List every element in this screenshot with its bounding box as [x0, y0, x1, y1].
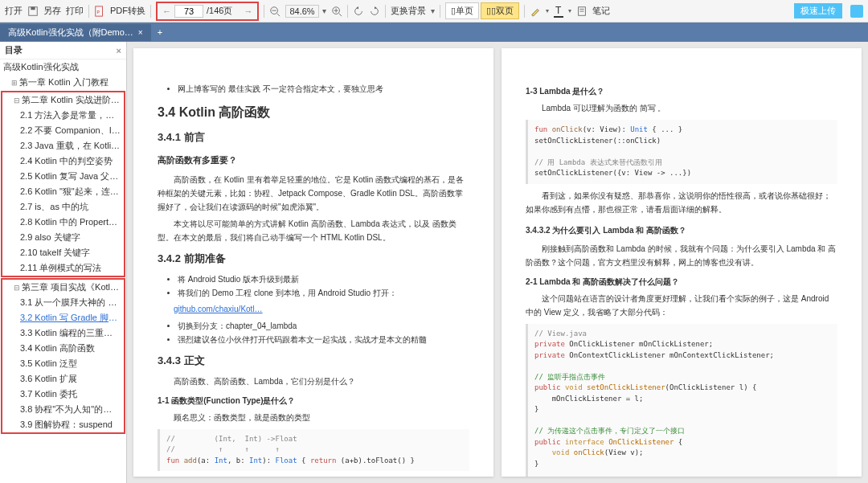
rotate-right-icon[interactable] — [369, 6, 380, 17]
toc-section[interactable]: 3.8 协程"不为人知"的调试技巧 — [2, 402, 124, 417]
toc-chapter[interactable]: ⊟第二章 Kotlin 实战进阶指南 — [2, 92, 124, 108]
toc-section[interactable]: 2.3 Java 重载，在 Kotlin 中怎么巧妙过渡 — [2, 138, 124, 153]
zoom-value: 84.6% — [285, 5, 318, 18]
page-right: 1-3 Lambda 是什么？ Lambda 可以理解为函数的 简写 。 fun… — [502, 48, 862, 477]
body-text: 网上博客写的 最佳实践 不一定符合指定本文，要独立思考 — [178, 82, 469, 96]
print-menu[interactable]: 打印 — [66, 5, 84, 17]
highlight-icon[interactable] — [530, 6, 541, 17]
list-item: 切换到分支：chapter_04_lambda — [178, 319, 469, 333]
change-bg-menu[interactable]: 更换背景 — [391, 5, 426, 17]
heading-5: 1-3 Lambda 是什么？ — [526, 85, 837, 98]
toc-section[interactable]: 2.5 Kotlin 复写 Java 父类中的方法 — [2, 169, 124, 184]
page-left: 网上博客写的 最佳实践 不一定符合指定本文，要独立思考 3.4 Kotlin 高… — [133, 48, 493, 477]
heading-5: 2-1 Lambda 和 高阶函数解决了什么问题？ — [526, 276, 837, 289]
toc-section[interactable]: 2.11 单例模式的写法 — [2, 260, 124, 276]
code-link[interactable]: github.com/chaxiu/Kotl… — [158, 303, 469, 316]
toc-highlight-box-2: ⊟第三章 项目实战《Kotlin Jetpack 实战》 3.1 从一个膜拜大神… — [1, 278, 125, 434]
toc-section[interactable]: 2.4 Kotlin 中的判空姿势 — [2, 153, 124, 169]
body-text: Lambda 可以理解为函数的 简写 。 — [526, 101, 837, 115]
list-item: 将我们的 Demo 工程 clone 到本地，用 Android Studio … — [178, 286, 469, 300]
body-text: 顾名思义：函数类型，就是函数的类型 — [158, 411, 469, 424]
page-navigation: ← /146页 → — [156, 2, 259, 21]
heading-5: 1-1 函数类型(Function Type)是什么？ — [158, 395, 469, 407]
copy-label: 复制代码 — [158, 476, 469, 477]
toc-section[interactable]: 2.2 不要 Companion、INSTANCE？ — [2, 123, 124, 138]
toc-section[interactable]: 2.1 方法入参是常量，不可修改 — [2, 108, 124, 123]
single-page-button[interactable]: ▯单页 — [445, 2, 479, 19]
toc-section[interactable]: 2.10 takeIf 关键字 — [2, 245, 124, 260]
toc-chapter[interactable]: ⊟第三章 项目实战《Kotlin Jetpack 实战》 — [2, 280, 124, 295]
body-text: 高阶函数，在 Kotlin 里有着举足轻重的地位。它是 Kotlin 函数式编程… — [158, 173, 469, 214]
toc-section-active[interactable]: 3.2 Kotlin 写 Gradle 脚本是一种什么体验 — [2, 310, 124, 325]
svg-line-6 — [277, 13, 280, 16]
toc-section[interactable]: 2.9 also 关键字 — [2, 230, 124, 245]
toc-section[interactable]: 3.1 从一个膜拜大神的 Demo 开始 — [2, 295, 124, 310]
body-text: 高阶函数、高阶函数、Lambda，它们分别是什么？ — [158, 375, 469, 388]
body-text: 这个问题站在语言的设计者角度更好理解，让我们看个实际的例子，这是 Android… — [526, 292, 837, 319]
toc-section[interactable]: 2.8 Kotlin 中的 Property 的理解 — [2, 215, 124, 230]
document-tab[interactable]: 高级Kotlin强化实战（附Demo… × — [0, 24, 151, 41]
double-page-icon: ▯▯ — [486, 6, 496, 15]
add-tab-button[interactable]: + — [151, 27, 169, 37]
zoom-out-icon[interactable] — [269, 6, 280, 17]
next-page-icon[interactable]: → — [244, 6, 252, 16]
toc-highlight-box-1: ⊟第二章 Kotlin 实战进阶指南 2.1 方法入参是常量，不可修改 2.2 … — [1, 91, 125, 277]
heading-3: 3.4.3 正文 — [158, 353, 469, 370]
list-item: 强烈建议各位小伙伴打开代码跟着本文一起实战，实战才是本文的精髓 — [178, 333, 469, 346]
svg-text:P: P — [97, 9, 100, 14]
toolbar: 打开 另存 打印 P PDF转换 ← /146页 → 84.6% ▾ 更换背景 … — [0, 0, 868, 23]
chevron-down-icon[interactable]: ▾ — [568, 7, 571, 14]
toc-section[interactable]: 2.7 is、as 中的坑 — [2, 199, 124, 215]
code-block: fun onClick(v: View): Unit { ... } setOn… — [526, 120, 837, 184]
tabbar: 高级Kotlin强化实战（附Demo… × + — [0, 23, 868, 42]
heading-4: 3.4.3.2 为什么要引入 Lambda 和 高阶函数？ — [526, 224, 837, 237]
tab-title: 高级Kotlin强化实战（附Demo… — [8, 27, 133, 39]
rotate-left-icon[interactable] — [353, 6, 364, 17]
notes-icon[interactable] — [576, 6, 588, 17]
saveas-menu[interactable]: 另存 — [43, 5, 61, 17]
pdf-convert-menu[interactable]: PDF转换 — [110, 5, 145, 17]
notes-menu[interactable]: 笔记 — [592, 5, 610, 17]
chevron-down-icon[interactable]: ▾ — [546, 7, 549, 14]
saveas-icon[interactable] — [27, 6, 39, 17]
close-icon[interactable]: × — [117, 46, 121, 55]
toc-section[interactable]: 3.7 Kotlin 委托 — [2, 387, 124, 402]
toc-header: 目录 × — [0, 42, 126, 59]
seal-icon[interactable] — [850, 5, 863, 18]
content-area: 网上博客写的 最佳实践 不一定符合指定本文，要独立思考 3.4 Kotlin 高… — [127, 42, 868, 483]
toc-section[interactable]: 3.3 Kotlin 编程的三重境界 — [2, 325, 124, 341]
close-icon[interactable]: × — [138, 28, 143, 37]
quick-upload-button[interactable]: 极速上传 — [794, 3, 842, 18]
pdf-convert-icon[interactable]: P — [94, 6, 105, 17]
prev-page-icon[interactable]: ← — [162, 6, 171, 16]
toc-title: 目录 — [5, 44, 23, 56]
zoom-selector[interactable]: 84.6% ▾ — [285, 5, 326, 18]
toc-section[interactable]: 3.6 Kotlin 扩展 — [2, 371, 124, 387]
svg-line-10 — [338, 13, 342, 16]
page-total-label: /146页 — [207, 5, 232, 17]
toc-root[interactable]: 高级Kotlin强化实战 — [0, 59, 126, 75]
open-menu[interactable]: 打开 — [5, 5, 23, 17]
chevron-down-icon: ▾ — [322, 6, 326, 15]
heading-3: 3.4.1 前言 — [158, 129, 469, 146]
body-text: 看到这，如果你没有疑惑、那恭喜你，这说明你的悟性很高，或者说你基础很好；如果你感… — [526, 189, 837, 216]
page-input[interactable] — [174, 5, 203, 18]
body-text: 刚接触到高阶函数和 Lambda 的时候，我就有个问题：为什么要引入 Lambd… — [526, 242, 837, 269]
body-text: 本文将以尽可能简单的方式讲解 Kotlin 高阶函数、Lambda 表达式，以及… — [158, 217, 469, 244]
list-item: 将 Android Studio 版本升级到最新 — [178, 272, 469, 286]
toc-section[interactable]: 2.6 Kotlin "狠"起来，连TODO都不放过！ — [2, 184, 124, 199]
heading-2: 3.4 Kotlin 高阶函数 — [158, 102, 469, 123]
toc-sidebar: 目录 × 高级Kotlin强化实战 ⊞第一章 Kotlin 入门教程 ⊟第二章 … — [0, 42, 127, 483]
toc-section[interactable]: 3.9 图解协程：suspend — [2, 417, 124, 432]
toc-section[interactable]: 3.4 Kotlin 高阶函数 — [2, 341, 124, 356]
heading-4: 高阶函数有多重要？ — [158, 153, 469, 168]
code-block: // View.java private OnClickListener mOn… — [526, 324, 837, 477]
svg-rect-1 — [31, 6, 35, 10]
heading-3: 3.4.2 前期准备 — [158, 251, 469, 268]
toc-section[interactable]: 3.5 Kotlin 泛型 — [2, 356, 124, 371]
zoom-in-icon[interactable] — [331, 6, 342, 17]
double-page-button[interactable]: ▯▯双页 — [481, 2, 519, 19]
chevron-down-icon: ▾ — [431, 6, 435, 15]
toc-chapter[interactable]: ⊞第一章 Kotlin 入门教程 — [0, 75, 126, 90]
text-color-picker[interactable]: T — [554, 5, 563, 18]
